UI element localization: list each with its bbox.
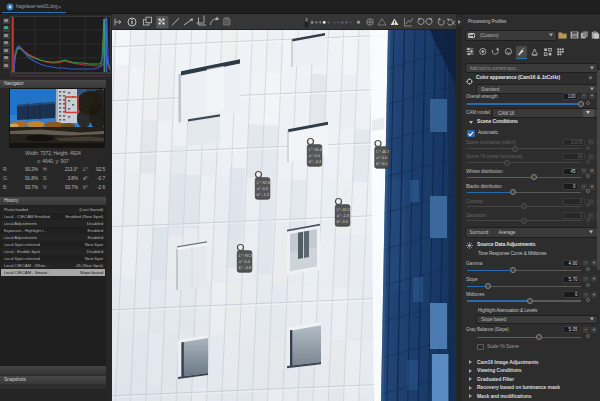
svg-text:a*: 0.6: a*: 0.6 — [257, 187, 268, 191]
svg-text:a*: 0.0: a*: 0.0 — [376, 156, 387, 160]
svg-text:L*: 93.2: L*: 93.2 — [239, 254, 252, 258]
svg-text:L*: 92.8: L*: 92.8 — [257, 181, 270, 185]
svg-text:L*: 46.7: L*: 46.7 — [376, 150, 389, 154]
svg-text:b*: -4.3: b*: -4.3 — [309, 160, 321, 164]
svg-text:b*: 0.0: b*: 0.0 — [376, 162, 387, 166]
svg-text:b*: -1.5: b*: -1.5 — [257, 193, 269, 197]
svg-text:b*: 0.0: b*: 0.0 — [337, 220, 348, 224]
svg-text:a*: 0.4: a*: 0.4 — [239, 260, 250, 264]
svg-text:a*: -1.6: a*: -1.6 — [337, 214, 349, 218]
svg-text:L*: 90.4: L*: 90.4 — [309, 148, 322, 152]
svg-text:a*: 0.0: a*: 0.0 — [309, 154, 320, 158]
svg-text:b*: -0.8: b*: -0.8 — [239, 266, 251, 270]
svg-text:L*: 42.1: L*: 42.1 — [337, 208, 350, 212]
